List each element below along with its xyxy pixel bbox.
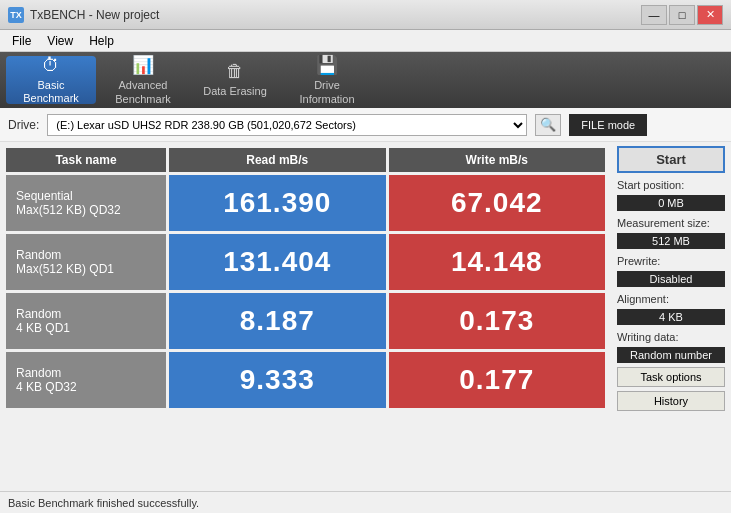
start-position-value: 0 MB bbox=[617, 195, 725, 211]
measurement-size-value: 512 MB bbox=[617, 233, 725, 249]
close-button[interactable]: ✕ bbox=[697, 5, 723, 25]
row-write-random-512: 14.148 bbox=[389, 234, 606, 290]
toolbar-data-erasing[interactable]: 🗑 Data Erasing bbox=[190, 56, 280, 104]
maximize-button[interactable]: □ bbox=[669, 5, 695, 25]
row-read-random-4kb-qd32: 9.333 bbox=[169, 352, 386, 408]
bench-row-sequential: Sequential Max(512 KB) QD32 161.390 67.0… bbox=[6, 175, 605, 231]
menu-file[interactable]: File bbox=[4, 32, 39, 50]
drive-row: Drive: (E:) Lexar uSD UHS2 RDR 238.90 GB… bbox=[0, 108, 731, 142]
minimize-button[interactable]: — bbox=[641, 5, 667, 25]
start-position-label: Start position: bbox=[617, 179, 725, 191]
drive-information-icon: 💾 bbox=[316, 54, 338, 76]
advanced-benchmark-icon: 📊 bbox=[132, 54, 154, 76]
row-read-random-4kb-qd1: 8.187 bbox=[169, 293, 386, 349]
bench-header: Task name Read mB/s Write mB/s bbox=[6, 148, 605, 172]
alignment-label: Alignment: bbox=[617, 293, 725, 305]
title-bar: TX TxBENCH - New project — □ ✕ bbox=[0, 0, 731, 30]
prewrite-label: Prewrite: bbox=[617, 255, 725, 267]
status-message: Basic Benchmark finished successfully. bbox=[8, 497, 199, 509]
row-label-sequential: Sequential Max(512 KB) QD32 bbox=[6, 175, 166, 231]
right-panel: Start Start position: 0 MB Measurement s… bbox=[611, 142, 731, 491]
menu-view[interactable]: View bbox=[39, 32, 81, 50]
bench-row-random-4kb-qd1: Random 4 KB QD1 8.187 0.173 bbox=[6, 293, 605, 349]
drive-select[interactable]: (E:) Lexar uSD UHS2 RDR 238.90 GB (501,0… bbox=[47, 114, 527, 136]
data-erasing-icon: 🗑 bbox=[226, 61, 244, 82]
row-label-random-4kb-qd1: Random 4 KB QD1 bbox=[6, 293, 166, 349]
benchmark-area: Task name Read mB/s Write mB/s Sequentia… bbox=[0, 142, 611, 491]
row-write-random-4kb-qd1: 0.173 bbox=[389, 293, 606, 349]
advanced-benchmark-label: Advanced Benchmark bbox=[115, 79, 171, 105]
toolbar-basic-benchmark[interactable]: ⏱ Basic Benchmark bbox=[6, 56, 96, 104]
app-icon: TX bbox=[8, 7, 24, 23]
writing-data-label: Writing data: bbox=[617, 331, 725, 343]
col-task-name: Task name bbox=[6, 148, 166, 172]
alignment-value: 4 KB bbox=[617, 309, 725, 325]
bench-row-random-4kb-qd32: Random 4 KB QD32 9.333 0.177 bbox=[6, 352, 605, 408]
row-label-random-512: Random Max(512 KB) QD1 bbox=[6, 234, 166, 290]
window-controls: — □ ✕ bbox=[641, 5, 723, 25]
menu-help[interactable]: Help bbox=[81, 32, 122, 50]
toolbar-drive-information[interactable]: 💾 Drive Information bbox=[282, 56, 372, 104]
row-write-random-4kb-qd32: 0.177 bbox=[389, 352, 606, 408]
row-read-sequential: 161.390 bbox=[169, 175, 386, 231]
start-button[interactable]: Start bbox=[617, 146, 725, 173]
task-options-button[interactable]: Task options bbox=[617, 367, 725, 387]
drive-label: Drive: bbox=[8, 118, 39, 132]
drive-information-label: Drive Information bbox=[299, 79, 354, 105]
bench-row-random-512: Random Max(512 KB) QD1 131.404 14.148 bbox=[6, 234, 605, 290]
status-bar: Basic Benchmark finished successfully. bbox=[0, 491, 731, 513]
menu-bar: File View Help bbox=[0, 30, 731, 52]
window-title: TxBENCH - New project bbox=[30, 8, 159, 22]
basic-benchmark-label: Basic Benchmark bbox=[23, 79, 79, 105]
main-content: Task name Read mB/s Write mB/s Sequentia… bbox=[0, 142, 731, 491]
data-erasing-label: Data Erasing bbox=[203, 85, 267, 98]
row-label-random-4kb-qd32: Random 4 KB QD32 bbox=[6, 352, 166, 408]
drive-refresh-button[interactable]: 🔍 bbox=[535, 114, 561, 136]
file-mode-button[interactable]: FILE mode bbox=[569, 114, 647, 136]
basic-benchmark-icon: ⏱ bbox=[42, 55, 60, 76]
row-write-sequential: 67.042 bbox=[389, 175, 606, 231]
prewrite-value: Disabled bbox=[617, 271, 725, 287]
writing-data-value: Random number bbox=[617, 347, 725, 363]
toolbar: ⏱ Basic Benchmark 📊 Advanced Benchmark 🗑… bbox=[0, 52, 731, 108]
toolbar-advanced-benchmark[interactable]: 📊 Advanced Benchmark bbox=[98, 56, 188, 104]
measurement-size-label: Measurement size: bbox=[617, 217, 725, 229]
col-read: Read mB/s bbox=[169, 148, 386, 172]
row-read-random-512: 131.404 bbox=[169, 234, 386, 290]
col-write: Write mB/s bbox=[389, 148, 606, 172]
history-button[interactable]: History bbox=[617, 391, 725, 411]
